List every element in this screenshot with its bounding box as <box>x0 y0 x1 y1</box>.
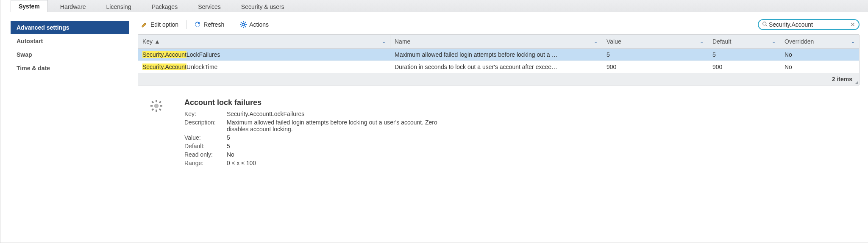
grid-footer: 2 items <box>138 73 859 85</box>
cell-value: 5 <box>602 49 708 61</box>
top-tabstrip: System Hardware Licensing Packages Servi… <box>11 0 868 12</box>
cell-default: 5 <box>708 49 780 61</box>
col-header-value[interactable]: Value ⌄ <box>602 35 708 48</box>
col-header-key[interactable]: Key ▲ ⌄ <box>138 35 390 48</box>
sort-indicator: ▲ <box>154 38 160 45</box>
svg-line-5 <box>241 22 242 23</box>
tab-hardware[interactable]: Hardware <box>52 0 94 12</box>
search-input[interactable] <box>768 21 850 28</box>
toolbar-separator <box>232 20 232 29</box>
cell-key: Security.AccountLockFailures <box>138 49 390 61</box>
sidebar-item-time-date[interactable]: Time & date <box>11 61 129 75</box>
chevron-down-icon[interactable]: ⌄ <box>700 39 704 44</box>
clear-search-icon[interactable]: ✕ <box>850 21 855 28</box>
label-readonly: Read only: <box>184 151 227 158</box>
cell-name: Maximum allowed failed login attempts be… <box>390 49 602 61</box>
value-default: 5 <box>227 143 230 149</box>
actions-button[interactable]: Actions <box>236 19 272 30</box>
label-default: Default: <box>184 143 227 149</box>
pencil-icon <box>141 21 148 28</box>
chevron-down-icon[interactable]: ⌄ <box>851 39 855 44</box>
svg-line-17 <box>159 109 161 110</box>
label-range: Range: <box>184 160 227 166</box>
svg-line-8 <box>241 26 242 27</box>
gear-icon <box>240 21 247 28</box>
svg-point-11 <box>154 104 159 108</box>
tab-system[interactable]: System <box>11 0 48 12</box>
value-readonly: No <box>227 151 234 158</box>
col-header-name[interactable]: Name ⌄ <box>390 35 602 48</box>
chevron-down-icon[interactable]: ⌄ <box>594 39 598 44</box>
detail-panel: Account lock failures Key:Security.Accou… <box>138 98 860 168</box>
edit-option-label: Edit option <box>150 21 178 28</box>
sidebar-item-autostart[interactable]: Autostart <box>11 34 129 48</box>
sidebar-item-swap[interactable]: Swap <box>11 48 129 61</box>
cell-name: Duration in seconds to lock out a user's… <box>390 61 602 73</box>
tab-security-users[interactable]: Security & users <box>233 0 292 12</box>
tab-packages[interactable]: Packages <box>144 0 186 12</box>
cell-overridden: No <box>780 61 859 73</box>
refresh-label: Refresh <box>203 21 224 28</box>
detail-gear-icon <box>138 98 167 168</box>
cell-value: 900 <box>602 61 708 73</box>
search-box[interactable]: ✕ <box>758 19 860 30</box>
item-count: 2 items <box>832 76 852 83</box>
sidebar-item-advanced-settings[interactable]: Advanced settings <box>11 21 129 34</box>
tab-services[interactable]: Services <box>190 0 229 12</box>
svg-point-0 <box>242 23 245 26</box>
value-value: 5 <box>227 134 230 141</box>
svg-line-18 <box>159 102 161 103</box>
settings-grid: Key ▲ ⌄ Name ⌄ Value ⌄ Default ⌄ <box>138 34 860 86</box>
svg-line-10 <box>766 25 768 26</box>
svg-line-6 <box>245 26 246 27</box>
svg-line-16 <box>152 102 154 103</box>
refresh-button[interactable]: Refresh <box>191 19 228 30</box>
detail-title: Account lock failures <box>184 98 447 107</box>
value-range: 0 ≤ x ≤ 100 <box>227 160 256 166</box>
chevron-down-icon[interactable]: ⌄ <box>772 39 776 44</box>
edit-option-button[interactable]: Edit option <box>138 19 182 30</box>
label-value: Value: <box>184 134 227 141</box>
svg-line-19 <box>152 109 154 110</box>
table-row[interactable]: Security.AccountUnlockTime Duration in s… <box>138 61 859 73</box>
col-header-default[interactable]: Default ⌄ <box>708 35 780 48</box>
chevron-down-icon[interactable]: ⌄ <box>382 39 386 44</box>
cell-key: Security.AccountUnlockTime <box>138 61 390 73</box>
table-row[interactable]: Security.AccountLockFailures Maximum all… <box>138 49 859 61</box>
col-header-overridden[interactable]: Overridden ⌄ <box>780 35 859 48</box>
toolbar: Edit option Refresh Actions <box>138 19 860 30</box>
toolbar-separator <box>186 20 186 29</box>
svg-point-9 <box>763 22 766 25</box>
label-key: Key: <box>184 110 227 117</box>
tab-licensing[interactable]: Licensing <box>98 0 139 12</box>
value-key: Security.AccountLockFailures <box>227 110 304 117</box>
sidebar: Advanced settings Autostart Swap Time & … <box>11 12 129 243</box>
value-description: Maximum allowed failed login attempts be… <box>227 119 447 133</box>
refresh-icon <box>194 21 201 28</box>
actions-label: Actions <box>249 21 269 28</box>
grid-header: Key ▲ ⌄ Name ⌄ Value ⌄ Default ⌄ <box>138 35 859 49</box>
cell-default: 900 <box>708 61 780 73</box>
svg-line-7 <box>245 22 246 23</box>
search-icon <box>762 21 768 28</box>
label-description: Description: <box>184 119 227 133</box>
cell-overridden: No <box>780 49 859 61</box>
